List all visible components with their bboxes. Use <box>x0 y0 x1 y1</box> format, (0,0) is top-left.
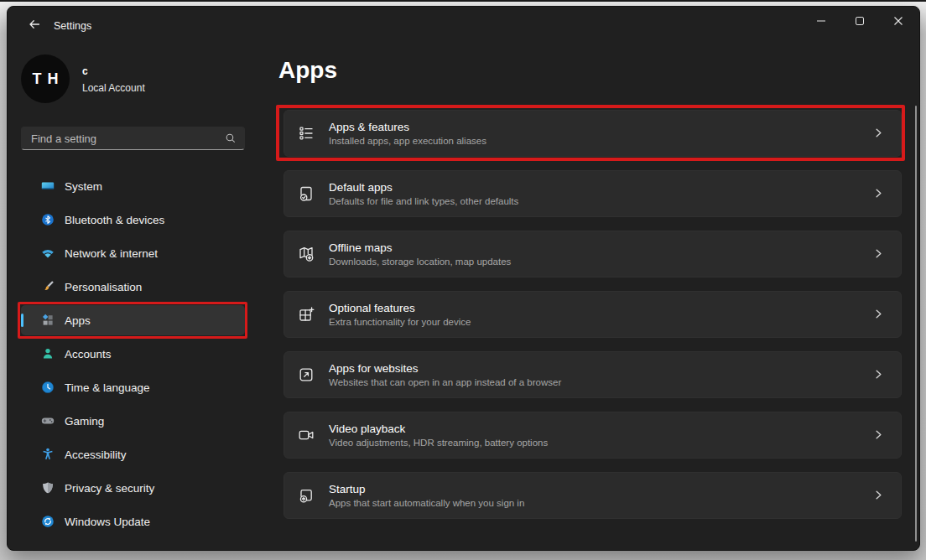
card-title: Startup <box>329 483 524 495</box>
card-title: Optional features <box>329 302 471 314</box>
minimize-button[interactable] <box>802 8 840 34</box>
sidebar-item-label: System <box>65 180 102 193</box>
search-icon <box>225 132 237 144</box>
privacy-icon <box>41 481 55 495</box>
search-box <box>21 127 245 150</box>
settings-card-apps-for-websites[interactable]: Apps for websites Websites that can open… <box>284 351 902 398</box>
caption-buttons <box>802 8 918 34</box>
sidebar-item-windows-update[interactable]: Windows Update <box>21 506 245 537</box>
chevron-right-icon <box>872 308 886 321</box>
chevron-right-icon <box>872 489 886 502</box>
minimize-icon <box>817 13 825 29</box>
sidebar-item-apps[interactable]: Apps <box>21 305 245 335</box>
optional-features-icon <box>298 306 315 323</box>
card-subtitle: Websites that can open in an app instead… <box>329 377 561 387</box>
user-name: c <box>82 65 88 77</box>
sidebar-item-label: Bluetooth & devices <box>65 214 164 226</box>
apps-websites-icon <box>298 366 315 383</box>
sidebar-item-network-internet[interactable]: Network & internet <box>21 238 245 268</box>
apps-features-icon <box>298 125 315 142</box>
sidebar-item-label: Windows Update <box>65 516 150 528</box>
bluetooth-icon <box>41 213 55 226</box>
system-icon <box>41 179 55 193</box>
sidebar-item-label: Accessibility <box>65 449 127 461</box>
card-subtitle: Video adjustments, HDR streaming, batter… <box>329 438 548 448</box>
screen-top-edge <box>0 0 926 2</box>
card-title: Apps for websites <box>329 362 561 375</box>
card-subtitle: Defaults for file and link types, other … <box>329 196 518 206</box>
card-title: Apps & features <box>329 121 486 133</box>
sidebar-nav: System Bluetooth & devices Network & int… <box>21 171 245 540</box>
sidebar-item-bluetooth-devices[interactable]: Bluetooth & devices <box>21 205 245 235</box>
accessibility-icon <box>41 448 55 461</box>
settings-card-default-apps[interactable]: Default apps Defaults for file and link … <box>284 170 902 217</box>
sidebar-item-label: Accounts <box>65 348 112 360</box>
sidebar-item-privacy-security[interactable]: Privacy & security <box>21 473 245 503</box>
sidebar-item-label: Time & language <box>65 381 150 394</box>
maximize-button[interactable] <box>840 8 879 34</box>
sidebar-item-label: Personalisation <box>65 281 142 293</box>
avatar: TH <box>21 54 70 103</box>
personalisation-icon <box>41 280 55 293</box>
settings-card-list: Apps & features Installed apps, app exec… <box>284 110 902 532</box>
video-playback-icon <box>298 427 315 443</box>
sidebar-item-label: Gaming <box>65 415 104 428</box>
time-language-icon <box>41 381 55 394</box>
sidebar-item-personalisation[interactable]: Personalisation <box>21 272 245 302</box>
card-title: Offline maps <box>329 241 511 254</box>
sidebar-item-label: Network & internet <box>65 247 158 260</box>
startup-icon <box>298 487 315 504</box>
chevron-right-icon <box>872 428 886 442</box>
chevron-right-icon <box>872 187 886 200</box>
close-icon <box>894 13 903 29</box>
page-title: Apps <box>278 57 337 84</box>
close-button[interactable] <box>879 8 918 34</box>
vertical-scrollbar[interactable] <box>915 106 917 542</box>
chevron-right-icon <box>872 368 886 381</box>
window-title: Settings <box>54 20 91 32</box>
chevron-right-icon <box>872 247 886 261</box>
settings-card-offline-maps[interactable]: Offline maps Downloads, storage location… <box>284 231 902 277</box>
sidebar-item-label: Apps <box>65 314 91 327</box>
selection-indicator <box>21 314 23 327</box>
back-button[interactable] <box>21 17 48 35</box>
windows-update-icon <box>41 515 55 528</box>
settings-card-apps-features[interactable]: Apps & features Installed apps, app exec… <box>284 110 902 157</box>
card-subtitle: Downloads, storage location, map updates <box>329 257 511 267</box>
card-title: Default apps <box>329 181 518 194</box>
network-icon <box>41 246 55 260</box>
apps-icon <box>41 314 55 327</box>
card-subtitle: Installed apps, app execution aliases <box>329 136 486 146</box>
sidebar-item-label: Privacy & security <box>65 482 154 495</box>
back-arrow-icon <box>28 18 41 34</box>
card-subtitle: Apps that start automatically when you s… <box>329 498 524 508</box>
sidebar-item-gaming[interactable]: Gaming <box>21 406 245 436</box>
search-input[interactable] <box>31 132 225 145</box>
card-title: Video playback <box>329 423 548 435</box>
offline-maps-icon <box>298 246 315 262</box>
gaming-icon <box>41 414 55 428</box>
account-type-label: Local Account <box>82 82 145 94</box>
chevron-right-icon <box>872 127 886 140</box>
sidebar-item-accessibility[interactable]: Accessibility <box>21 439 245 469</box>
card-subtitle: Extra functionality for your device <box>329 317 471 327</box>
maximize-icon <box>856 13 864 29</box>
settings-window: Settings TH c Local Account System Bluet… <box>7 6 920 551</box>
settings-card-startup[interactable]: Startup Apps that start automatically wh… <box>284 472 902 519</box>
settings-card-video-playback[interactable]: Video playback Video adjustments, HDR st… <box>284 412 902 459</box>
sidebar-item-accounts[interactable]: Accounts <box>21 339 245 369</box>
default-apps-icon <box>298 185 315 202</box>
sidebar-item-system[interactable]: System <box>21 171 245 201</box>
settings-card-optional-features[interactable]: Optional features Extra functionality fo… <box>284 291 902 338</box>
accounts-icon <box>41 347 55 360</box>
sidebar-item-time-language[interactable]: Time & language <box>21 372 245 402</box>
